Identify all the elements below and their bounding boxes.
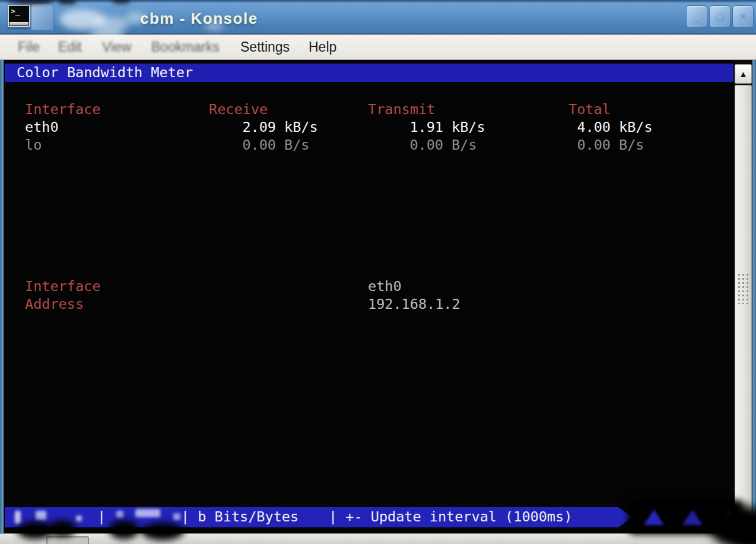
titlebar-tab-icon[interactable]: [31, 4, 53, 30]
detail-value-address: 192.168.1.2: [368, 295, 460, 313]
censor-smudge: [173, 513, 180, 520]
table-row-lo-receive: 0.00: [176, 136, 276, 154]
status-update-interval: | +- Update interval (1000ms): [329, 508, 572, 526]
table-row-eth0-receive-unit: kB/s: [284, 118, 318, 136]
window-title: cbm - Konsole: [140, 10, 258, 28]
frame-notch: [46, 536, 89, 544]
status-separator: |: [97, 508, 106, 526]
censor-smudge: [89, 29, 125, 39]
censor-smudge: [76, 515, 82, 521]
censor-smudge: [205, 21, 224, 31]
table-row-lo-receive-unit: B/s: [284, 136, 309, 154]
censor-smudge: [644, 510, 664, 525]
window-frame-right: [752, 60, 756, 533]
censor-smudge: [17, 521, 53, 539]
censor-smudge: [141, 523, 184, 540]
konsole-window: >_ cbm - Konsole _ ▢ ✕ File Edit View Bo…: [0, 0, 756, 544]
window-controls: _ ▢ ✕: [686, 5, 754, 28]
terminal-prompt-icon: >_: [11, 7, 20, 15]
column-header-total: Total: [568, 100, 611, 118]
table-row-lo-total: 0.00: [510, 136, 611, 154]
maximize-button[interactable]: ▢: [709, 5, 730, 28]
table-row-lo-total-unit: B/s: [619, 136, 644, 154]
censor-smudge: [135, 509, 160, 517]
minimize-button[interactable]: _: [686, 5, 707, 28]
table-row-lo-transmit: 0.00: [343, 136, 443, 154]
status-bar: | | b Bits/Bytes | +- Update interval (1…: [5, 507, 633, 527]
censor-smudge: [116, 511, 123, 518]
scrollbar[interactable]: ▲: [733, 60, 752, 533]
menu-item-settings[interactable]: Settings: [240, 39, 290, 55]
scrollbar-grip-icon: [738, 273, 749, 304]
column-header-interface: Interface: [25, 100, 100, 118]
minimize-icon: _: [694, 12, 699, 22]
menu-item-edit[interactable]: Edit: [58, 39, 82, 55]
censor-smudge: [126, 12, 146, 24]
table-row-eth0-receive: 2.09: [176, 118, 276, 136]
menu-item-file[interactable]: File: [18, 39, 40, 55]
terminal-app-icon[interactable]: >_: [8, 5, 30, 27]
column-header-transmit: Transmit: [368, 100, 435, 118]
menu-item-view[interactable]: View: [102, 39, 131, 55]
censor-smudge: [109, 520, 139, 539]
table-row-eth0-total-unit: kB/s: [619, 118, 653, 136]
censor-smudge: [36, 511, 46, 520]
table-row-eth0-transmit-unit: kB/s: [452, 118, 485, 136]
censor-smudge: [682, 510, 703, 525]
censor-smudge: [15, 511, 21, 524]
close-button[interactable]: ✕: [732, 5, 754, 28]
close-icon: ✕: [739, 11, 747, 22]
cbm-title: Color Bandwidth Meter: [17, 64, 193, 81]
scrollbar-thumb[interactable]: [735, 85, 752, 527]
column-header-receive: Receive: [209, 100, 268, 118]
censor-smudge: [49, 520, 76, 537]
monitor-base: [9, 22, 28, 26]
table-row-lo-name: lo: [25, 136, 42, 154]
detail-value-interface: eth0: [368, 277, 402, 295]
menu-item-bookmarks[interactable]: Bookmarks: [151, 39, 220, 55]
terminal-viewport[interactable]: Color Bandwidth Meter Interface Receive …: [4, 60, 752, 533]
detail-label-address: Address: [25, 295, 84, 313]
menu-item-help[interactable]: Help: [309, 39, 336, 55]
arrow-up-icon: ▲: [739, 69, 748, 79]
table-row-eth0-total: 4.00: [510, 118, 611, 136]
cbm-header-bar: Color Bandwidth Meter: [5, 64, 733, 82]
table-row-lo-transmit-unit: B/s: [452, 136, 477, 154]
censor-smudge: [58, 0, 76, 4]
status-bits-bytes: | b Bits/Bytes: [181, 508, 298, 526]
maximize-icon: ▢: [716, 11, 724, 22]
scroll-up-button[interactable]: ▲: [735, 64, 752, 84]
table-row-eth0-name: eth0: [25, 118, 59, 136]
table-row-eth0-transmit: 1.91: [343, 118, 443, 136]
censor-smudge: [113, 0, 129, 3]
detail-label-interface: Interface: [25, 277, 100, 295]
